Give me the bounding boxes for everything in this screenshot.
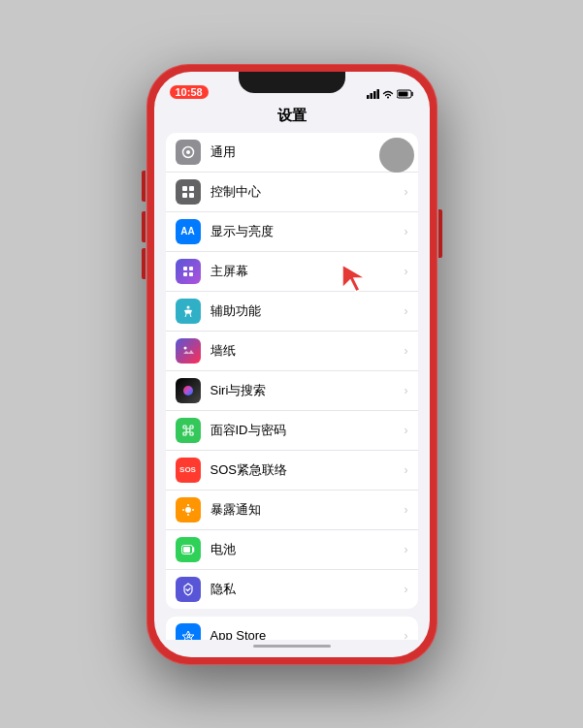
battery-row-icon — [176, 537, 201, 562]
section-apps: A App Store › 钱包与Apple Pay › — [166, 617, 418, 640]
svg-point-9 — [186, 150, 190, 154]
control-center-label: 控制中心 — [211, 183, 405, 201]
phone-frame: 10:58 — [146, 64, 437, 665]
svg-rect-10 — [182, 186, 187, 191]
svg-rect-6 — [398, 91, 407, 96]
svg-point-19 — [183, 346, 186, 349]
display-label: 显示与亮度 — [211, 223, 405, 240]
status-icons — [367, 89, 414, 99]
home-screen-label: 主屏幕 — [211, 263, 405, 280]
exposure-label: 暴露通知 — [211, 501, 405, 519]
svg-point-26 — [185, 507, 191, 513]
svg-rect-14 — [183, 267, 187, 270]
signal-icon — [367, 89, 379, 99]
sos-label: SOS紧急联络 — [211, 461, 405, 479]
svg-rect-13 — [189, 193, 194, 198]
general-label: 通用 — [211, 143, 405, 161]
row-accessibility[interactable]: 辅助功能 › — [166, 292, 418, 332]
row-wallpaper[interactable]: 墙纸 › — [166, 332, 418, 371]
svg-rect-32 — [183, 547, 190, 553]
row-exposure[interactable]: 暴露通知 › — [166, 491, 418, 530]
status-time: 10:58 — [170, 85, 209, 99]
row-display[interactable]: AA 显示与亮度 › — [166, 212, 418, 252]
page-title: 设置 — [154, 103, 430, 133]
svg-rect-2 — [373, 91, 376, 99]
bottom-bar — [154, 640, 430, 657]
phone-screen: 10:58 — [154, 72, 430, 657]
faceid-label: 面容ID与密码 — [211, 422, 405, 439]
siri-label: Siri与搜索 — [211, 382, 405, 399]
row-siri[interactable]: Siri与搜索 › — [166, 371, 418, 411]
wallpaper-icon — [176, 338, 201, 364]
appstore-label: App Store — [211, 628, 405, 640]
svg-rect-3 — [376, 89, 379, 99]
faceid-icon — [176, 418, 201, 443]
svg-rect-24 — [190, 432, 193, 435]
exposure-icon — [176, 497, 201, 522]
privacy-icon — [176, 577, 201, 602]
profile-avatar — [379, 138, 414, 173]
privacy-label: 隐私 — [211, 581, 405, 598]
settings-list[interactable]: 通用 › 控制中心 › AA 显示与亮度 › — [154, 133, 430, 640]
home-screen-icon — [176, 259, 201, 284]
svg-point-20 — [183, 386, 193, 396]
svg-rect-22 — [190, 426, 193, 428]
accessibility-label: 辅助功能 — [211, 302, 405, 320]
svg-rect-17 — [189, 272, 193, 276]
wifi-icon — [382, 89, 394, 99]
svg-rect-12 — [182, 193, 187, 198]
svg-point-25 — [186, 428, 190, 432]
notch — [239, 72, 345, 93]
siri-icon — [176, 378, 201, 403]
svg-rect-23 — [183, 432, 186, 435]
svg-text:A: A — [186, 633, 191, 640]
row-privacy[interactable]: 隐私 › — [166, 570, 418, 609]
row-faceid[interactable]: 面容ID与密码 › — [166, 411, 418, 451]
row-control-center[interactable]: 控制中心 › — [166, 173, 418, 212]
row-battery[interactable]: 电池 › — [166, 530, 418, 570]
battery-icon — [397, 89, 414, 99]
section-main: 通用 › 控制中心 › AA 显示与亮度 › — [166, 133, 418, 609]
sos-icon: SOS — [176, 458, 201, 483]
svg-point-18 — [186, 305, 189, 308]
svg-rect-16 — [183, 272, 187, 276]
display-icon: AA — [176, 219, 201, 244]
wallpaper-label: 墙纸 — [211, 342, 405, 360]
svg-rect-0 — [367, 95, 370, 99]
row-home-screen[interactable]: 主屏幕 › — [166, 252, 418, 292]
appstore-icon: A — [176, 623, 201, 640]
svg-rect-11 — [189, 186, 194, 191]
svg-rect-1 — [370, 93, 372, 99]
battery-label: 电池 — [211, 541, 405, 558]
control-center-icon — [176, 179, 201, 205]
row-sos[interactable]: SOS SOS紧急联络 › — [166, 451, 418, 491]
row-appstore[interactable]: A App Store › — [166, 617, 418, 640]
svg-rect-21 — [183, 426, 186, 428]
svg-rect-15 — [189, 267, 193, 270]
home-indicator — [253, 645, 331, 648]
svg-point-4 — [387, 96, 389, 98]
accessibility-icon — [176, 299, 201, 324]
general-icon — [176, 140, 201, 165]
